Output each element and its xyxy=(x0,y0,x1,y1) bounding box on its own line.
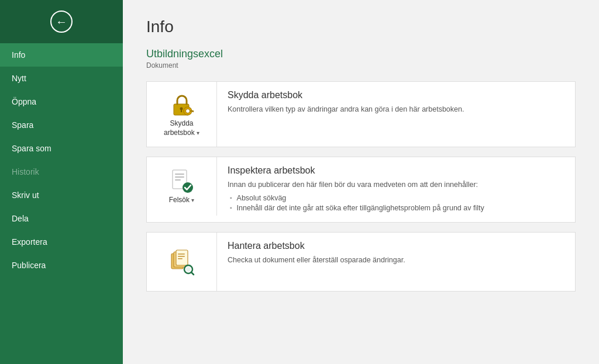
svg-point-5 xyxy=(180,108,183,110)
skydda-card-desc: Kontrollera vilken typ av ändringar andr… xyxy=(228,104,564,115)
inspektera-card-title: Inspektera arbetsbok xyxy=(228,165,564,176)
hantera-card-desc: Checka ut dokument eller återställ ospar… xyxy=(228,255,564,266)
felsok-icon-area[interactable]: Felsök ▾ xyxy=(147,157,217,216)
skydda-icon-label: Skyddaarbetsbok ▾ xyxy=(164,119,199,137)
sidebar-item-historik: Historik xyxy=(0,160,123,183)
inspektera-card-desc: Innan du publicerar den här filen bör du… xyxy=(228,179,564,190)
sidebar-item-spara-som[interactable]: Spara som xyxy=(0,137,123,160)
sidebar-item-publicera[interactable]: Publicera xyxy=(0,254,123,277)
skydda-dropdown-arrow: ▾ xyxy=(197,130,199,136)
svg-line-20 xyxy=(191,272,194,275)
felsok-dropdown-arrow: ▾ xyxy=(191,197,194,203)
sidebar-item-nytt[interactable]: Nytt xyxy=(0,67,123,90)
list-item-1: Absolut sökväg xyxy=(230,194,564,202)
file-name: Utbildningsexcel xyxy=(146,48,576,60)
svg-point-2 xyxy=(185,109,190,113)
sidebar-item-exportera[interactable]: Exportera xyxy=(0,230,123,254)
svg-rect-6 xyxy=(181,110,182,112)
sidebar-item-dela[interactable]: Dela xyxy=(0,207,123,230)
skydda-icon-area[interactable]: Skyddaarbetsbok ▾ xyxy=(147,82,217,147)
hantera-card-title: Hantera arbetsbok xyxy=(228,241,564,251)
inspektera-card-list: Absolut sökväg Innehåll där det inte går… xyxy=(228,194,564,212)
main-content: Info Utbildningsexcel Dokument Skyddaar xyxy=(123,0,599,364)
sidebar-item-oppna[interactable]: Öppna xyxy=(0,90,123,113)
svg-rect-14 xyxy=(176,250,188,265)
sidebar-item-spara[interactable]: Spara xyxy=(0,113,123,137)
hantera-arbetsbok-card: Hantera arbetsbok Checka ut dokument ell… xyxy=(146,232,576,292)
inspektera-card-body: Inspektera arbetsbok Innan du publicerar… xyxy=(217,157,575,222)
page-title: Info xyxy=(146,18,576,36)
sidebar-item-skriv-ut[interactable]: Skriv ut xyxy=(0,183,123,207)
sidebar: ← Info Nytt Öppna Spara Spara som Histor… xyxy=(0,0,123,364)
back-button[interactable]: ← xyxy=(0,0,123,43)
svg-rect-17 xyxy=(178,258,183,259)
felsok-icon-label: Felsök ▾ xyxy=(169,196,195,205)
back-arrow-icon: ← xyxy=(50,11,73,33)
skydda-card-body: Skydda arbetsbok Kontrollera vilken typ … xyxy=(217,82,575,123)
hantera-card-body: Hantera arbetsbok Checka ut dokument ell… xyxy=(217,233,575,274)
svg-rect-8 xyxy=(175,174,184,175)
sidebar-item-info[interactable]: Info xyxy=(0,43,123,67)
svg-rect-15 xyxy=(178,254,185,255)
skydda-card-title: Skydda arbetsbok xyxy=(228,90,564,100)
skydda-arbetsbok-card: Skyddaarbetsbok ▾ Skydda arbetsbok Kontr… xyxy=(146,81,576,147)
svg-rect-4 xyxy=(192,110,194,112)
svg-rect-10 xyxy=(175,179,181,181)
svg-rect-16 xyxy=(178,256,185,257)
list-item-2: Innehåll där det inte går att söka efter… xyxy=(230,204,564,212)
inspektera-arbetsbok-card: Felsök ▾ Inspektera arbetsbok Innan du p… xyxy=(146,157,576,223)
felsok-icon xyxy=(168,168,196,196)
hantera-icon xyxy=(168,248,196,276)
svg-rect-9 xyxy=(175,176,184,178)
file-type: Dokument xyxy=(146,61,576,70)
hantera-icon-area[interactable] xyxy=(147,233,217,291)
lock-key-icon xyxy=(168,91,196,119)
svg-point-19 xyxy=(186,267,191,272)
